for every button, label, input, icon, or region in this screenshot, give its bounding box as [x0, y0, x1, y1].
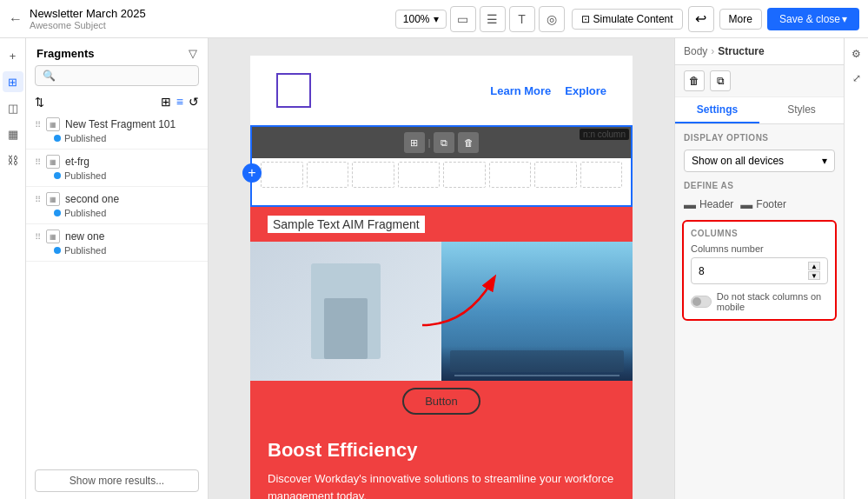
dropdown-chevron: ▾	[822, 155, 827, 167]
filter-icon[interactable]: ▽	[189, 47, 197, 60]
breadcrumb-separator: ›	[711, 45, 714, 57]
columns-number-value: 8	[699, 265, 705, 277]
red-sample-section: Sample Text AIM Fragment	[250, 207, 633, 242]
left-icon-strip: + ⊞ ◫ ▦ ⛓	[0, 38, 26, 499]
no-stack-toggle[interactable]	[691, 296, 712, 308]
main-layout: + ⊞ ◫ ▦ ⛓ Fragments ▽ 🔍 ⇅ ⊞ ≡ ↺ ⠿ ▦	[0, 38, 868, 499]
column-cell	[261, 162, 303, 188]
topbar-right: ⊡ Simulate Content ↩ More Save & close ▾	[572, 6, 859, 32]
oval-button[interactable]: Button	[402, 388, 480, 415]
strip-icon-blocks[interactable]: ▦	[3, 123, 23, 144]
toolbar-row: ⇅ ⊞ ≡ ↺	[26, 91, 208, 112]
fragment-name: et-frg	[65, 156, 89, 168]
save-chevron: ▾	[842, 13, 847, 25]
fragment-type-icon: ▦	[46, 230, 60, 243]
text-view-btn[interactable]: T	[509, 6, 535, 32]
columns-spinners: ▲ ▼	[808, 262, 820, 280]
column-count-down-btn[interactable]: ▼	[808, 271, 820, 280]
search-icon: 🔍	[43, 70, 56, 82]
eye-view-btn[interactable]: ◎	[539, 6, 565, 32]
nav-explore[interactable]: Explore	[565, 84, 606, 97]
desktop-view-btn[interactable]: ▭	[450, 6, 476, 32]
status-text: Published	[64, 170, 106, 181]
no-stack-toggle-row: Do not stack columns on mobile	[691, 291, 828, 312]
fragment-item[interactable]: ⠿ ▦ second one Published	[26, 187, 208, 224]
status-dot	[54, 247, 61, 254]
strip-icon-layers[interactable]: ◫	[3, 97, 23, 118]
undo-btn[interactable]: ↩	[688, 6, 714, 32]
sort-icon[interactable]: ⇅	[35, 96, 44, 109]
more-options-btn[interactable]: More	[719, 9, 762, 30]
column-copy-btn[interactable]: ⧉	[434, 132, 454, 153]
panel-title: Fragments	[36, 47, 94, 60]
footer-label: Footer	[756, 198, 786, 210]
save-close-btn[interactable]: Save & close ▾	[767, 8, 859, 30]
columns-number-label: Columns number	[691, 243, 828, 254]
nav-learn-more[interactable]: Learn More	[490, 84, 551, 97]
status-dot	[54, 210, 61, 216]
boost-section: Boost Efficiency Discover Workday's inno…	[250, 422, 633, 499]
search-input[interactable]	[61, 70, 191, 82]
drag-handle-icon: ⠿	[35, 195, 41, 204]
far-strip-icon-expand[interactable]: ⤢	[848, 70, 865, 87]
settings-tabs: Settings Styles	[675, 97, 844, 124]
right-panel-breadcrumb: Body › Structure	[675, 38, 844, 65]
image-grid	[250, 242, 633, 381]
no-stack-label: Do not stack columns on mobile	[717, 291, 828, 312]
tab-styles[interactable]: Styles	[759, 97, 844, 123]
back-icon[interactable]: ←	[9, 11, 23, 27]
column-cell	[534, 162, 577, 188]
fragment-name: second one	[65, 193, 119, 205]
columns-number-field: 8 ▲ ▼	[691, 257, 828, 284]
zoom-selector[interactable]: 100% ▾	[395, 10, 447, 29]
strip-icon-fragments[interactable]: ⊞	[3, 71, 23, 92]
show-more-btn[interactable]: Show more results...	[35, 469, 199, 492]
column-layout-btn[interactable]: ⊞	[404, 132, 425, 153]
email-canvas: Learn More Explore ⊞ | ⧉ 🗑 + n:n column	[250, 56, 633, 482]
refresh-icon[interactable]: ↺	[189, 95, 199, 109]
strip-icon-plus[interactable]: +	[3, 45, 23, 66]
drag-handle-icon: ⠿	[35, 120, 41, 130]
status-text: Published	[64, 208, 106, 218]
copy-structure-btn[interactable]: ⧉	[710, 70, 731, 91]
boost-desc: Discover Workday's innovative solutions …	[268, 470, 615, 499]
fragment-item[interactable]: ⠿ ▦ New Test Fragment 101 Published	[26, 112, 208, 150]
display-options-title: DISPLAY OPTIONS	[684, 133, 835, 143]
display-options-value: Show on all devices	[692, 155, 784, 167]
nav-links: Learn More Explore	[490, 84, 606, 97]
add-column-btn[interactable]: +	[242, 163, 262, 183]
columns-section-title: COLUMNS	[691, 229, 828, 238]
far-strip-icon-settings[interactable]: ⚙	[848, 45, 865, 63]
define-as-footer[interactable]: ▬ Footer	[740, 197, 786, 211]
drag-handle-icon: ⠿	[35, 157, 41, 167]
define-as-title: DEFINE AS	[684, 181, 835, 190]
fragment-type-icon: ▦	[46, 155, 60, 169]
list-view-icon[interactable]: ≡	[176, 95, 183, 109]
document-subtitle: Awesome Subject	[30, 20, 388, 30]
display-options-section: DISPLAY OPTIONS Show on all devices ▾	[675, 124, 844, 181]
fragment-item[interactable]: ⠿ ▦ et-frg Published	[26, 150, 208, 187]
columns-section: COLUMNS Columns number 8 ▲ ▼ Do not stac…	[682, 220, 837, 321]
zoom-chevron: ▾	[434, 13, 439, 25]
canvas-area[interactable]: Learn More Explore ⊞ | ⧉ 🗑 + n:n column	[209, 38, 674, 499]
define-as-header[interactable]: ▬ Header	[684, 197, 733, 211]
fragment-item[interactable]: ⠿ ▦ new one Published	[26, 224, 208, 262]
tab-settings[interactable]: Settings	[675, 97, 759, 123]
toggle-knob	[692, 297, 701, 306]
fragment-name: New Test Fragment 101	[65, 118, 176, 130]
footer-icon: ▬	[740, 197, 752, 211]
simulate-content-btn[interactable]: ⊡ Simulate Content	[572, 9, 683, 30]
email-header-section: Learn More Explore	[250, 56, 633, 125]
fragments-panel: Fragments ▽ 🔍 ⇅ ⊞ ≡ ↺ ⠿ ▦ New Test Fragm…	[26, 38, 209, 499]
strip-icon-link[interactable]: ⛓	[3, 150, 23, 170]
img-right	[441, 242, 633, 381]
delete-structure-btn[interactable]: 🗑	[684, 70, 705, 91]
zoom-value: 100%	[403, 13, 430, 25]
far-right-strip: ⚙ ⤢	[844, 38, 868, 499]
grid-view-icon[interactable]: ⊞	[161, 95, 171, 109]
mobile-view-btn[interactable]: ☰	[480, 6, 506, 32]
display-options-dropdown[interactable]: Show on all devices ▾	[684, 150, 835, 172]
column-count-up-btn[interactable]: ▲	[808, 262, 820, 270]
column-delete-btn[interactable]: 🗑	[458, 132, 479, 153]
button-area: Button	[250, 381, 633, 422]
